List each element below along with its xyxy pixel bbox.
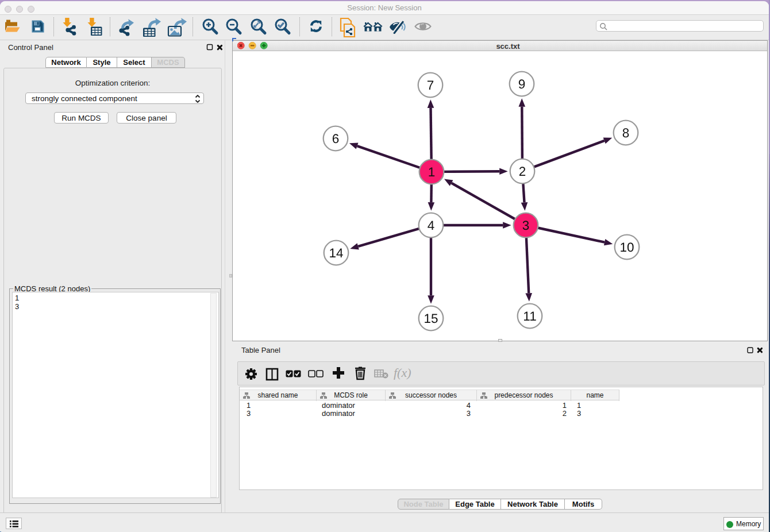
svg-text:9: 9	[518, 77, 526, 91]
svg-text:6: 6	[332, 132, 340, 146]
svg-text:14: 14	[329, 246, 343, 260]
svg-text:11: 11	[523, 309, 536, 323]
svg-text:15: 15	[424, 311, 438, 326]
svg-text:7: 7	[427, 78, 434, 92]
svg-text:10: 10	[619, 240, 634, 255]
svg-text:1: 1	[428, 165, 436, 179]
svg-text:2: 2	[519, 164, 526, 179]
svg-text:8: 8	[622, 126, 630, 140]
svg-text:3: 3	[522, 218, 530, 233]
svg-text:4: 4	[428, 218, 435, 233]
